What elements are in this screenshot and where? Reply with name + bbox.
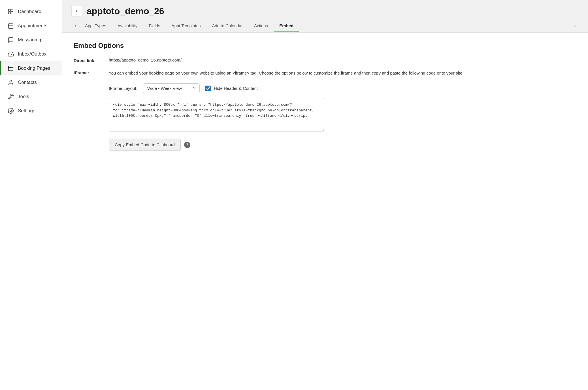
sidebar-item-tools[interactable]: Tools bbox=[0, 90, 62, 104]
tab-fields[interactable]: Fields bbox=[143, 20, 166, 32]
tab-availability[interactable]: Availability bbox=[112, 20, 143, 32]
sidebar-item-messaging[interactable]: Messaging bbox=[0, 33, 62, 47]
hide-header-checkbox[interactable] bbox=[205, 86, 211, 91]
hide-header-checkbox-wrapper[interactable]: Hide Header & Content bbox=[205, 86, 258, 91]
copy-embed-button[interactable]: Copy Embed Code to Clipboard bbox=[109, 139, 181, 151]
copy-btn-row: Copy Embed Code to Clipboard ? bbox=[109, 139, 577, 151]
svg-rect-1 bbox=[11, 9, 13, 11]
tab-left-arrow[interactable] bbox=[71, 22, 79, 30]
svg-rect-3 bbox=[11, 12, 13, 14]
iframe-row: IFrame: You can embed your booking page … bbox=[74, 70, 577, 77]
main-content: apptoto_demo_26 Appt Types Availability … bbox=[62, 0, 588, 390]
page-title: apptoto_demo_26 bbox=[87, 6, 164, 16]
sidebar-item-appointments-label: Appointments bbox=[18, 23, 47, 29]
page-header: apptoto_demo_26 bbox=[62, 0, 588, 16]
sidebar-item-contacts-label: Contacts bbox=[18, 80, 37, 85]
calendar-icon bbox=[8, 23, 14, 29]
code-area: <div style="max-width: 800px;"><iframe s… bbox=[109, 98, 577, 133]
tabs-container: Appt Types Availability Fields Appt Temp… bbox=[62, 20, 588, 33]
svg-point-12 bbox=[10, 110, 12, 112]
bookmark-icon bbox=[8, 65, 14, 71]
wrench-icon bbox=[8, 94, 14, 100]
hide-header-label: Hide Header & Content bbox=[214, 86, 258, 91]
sidebar-item-tools-label: Tools bbox=[18, 94, 29, 99]
sidebar-item-settings[interactable]: Settings bbox=[0, 104, 62, 118]
direct-link-label: Direct link: bbox=[74, 58, 102, 63]
sidebar-item-booking[interactable]: Booking Pages bbox=[0, 61, 62, 75]
embed-content: Embed Options Direct link: https://appto… bbox=[62, 33, 588, 390]
tab-appt-types[interactable]: Appt Types bbox=[79, 20, 112, 32]
sidebar: Dashboard Appointments Messaging Inbox/O… bbox=[0, 0, 62, 390]
sidebar-item-booking-label: Booking Pages bbox=[18, 65, 50, 71]
settings-icon bbox=[8, 108, 14, 114]
tab-appt-templates[interactable]: Appt Templates bbox=[166, 20, 206, 32]
svg-rect-8 bbox=[8, 66, 13, 71]
iframe-layout-select-wrapper: Wide - Week View Narrow - Day View Mini … bbox=[143, 83, 200, 93]
sidebar-item-dashboard[interactable]: Dashboard bbox=[0, 5, 62, 19]
tab-right-arrow[interactable] bbox=[571, 22, 579, 30]
sidebar-item-inbox[interactable]: Inbox/Outbox bbox=[0, 47, 62, 61]
tab-actions[interactable]: Actions bbox=[248, 20, 274, 32]
inbox-icon bbox=[8, 51, 14, 57]
message-icon bbox=[8, 37, 14, 43]
svg-rect-4 bbox=[8, 24, 13, 29]
svg-rect-0 bbox=[8, 9, 10, 11]
iframe-description: You can embed your booking page on your … bbox=[109, 70, 577, 77]
tabs: Appt Types Availability Fields Appt Temp… bbox=[79, 20, 299, 32]
svg-rect-2 bbox=[8, 12, 10, 14]
grid-icon bbox=[8, 9, 14, 15]
direct-link-value: https://apptoto_demo_26.apptoto.com/ bbox=[109, 58, 577, 62]
iframe-layout-label: IFrame Layout: bbox=[109, 86, 137, 91]
iframe-options-row: IFrame Layout: Wide - Week View Narrow -… bbox=[109, 83, 577, 93]
tab-add-to-calendar[interactable]: Add to Calendar bbox=[206, 20, 248, 32]
direct-link-row: Direct link: https://apptoto_demo_26.app… bbox=[74, 58, 577, 63]
iframe-layout-select[interactable]: Wide - Week View Narrow - Day View Mini … bbox=[143, 83, 200, 93]
svg-point-11 bbox=[10, 80, 12, 82]
sidebar-item-settings-label: Settings bbox=[18, 108, 35, 114]
sidebar-item-appointments[interactable]: Appointments bbox=[0, 19, 62, 33]
help-icon[interactable]: ? bbox=[184, 142, 190, 148]
tab-embed[interactable]: Embed bbox=[274, 20, 299, 32]
user-icon bbox=[8, 79, 14, 86]
section-title: Embed Options bbox=[74, 42, 577, 50]
embed-code-textarea[interactable]: <div style="max-width: 800px;"><iframe s… bbox=[109, 98, 324, 132]
sidebar-item-dashboard-label: Dashboard bbox=[18, 9, 41, 14]
sidebar-item-messaging-label: Messaging bbox=[18, 37, 41, 43]
sidebar-item-inbox-label: Inbox/Outbox bbox=[18, 51, 46, 57]
iframe-label: IFrame: bbox=[74, 70, 102, 75]
back-button[interactable] bbox=[71, 6, 82, 16]
sidebar-item-contacts[interactable]: Contacts bbox=[0, 75, 62, 90]
